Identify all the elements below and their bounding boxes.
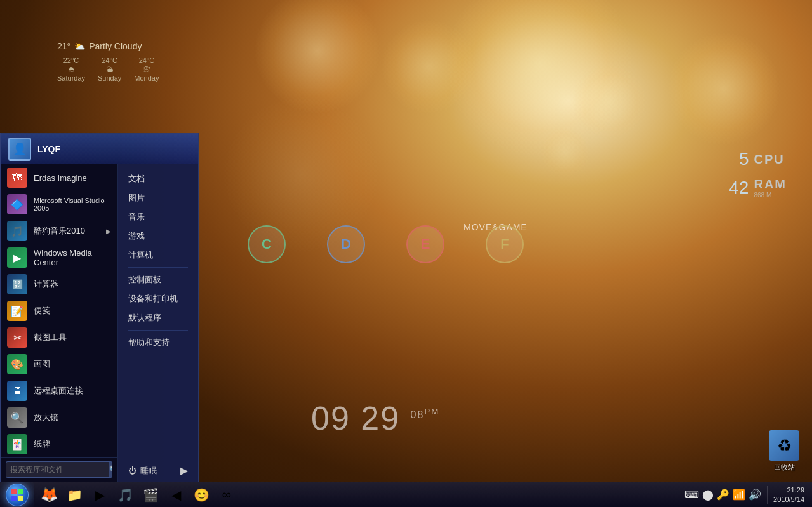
menu-right-panel: 文档 图片 音乐 游戏 计算机 控制面板 设备 (118, 164, 198, 482)
erdas-label: Erdas Imagine (34, 173, 111, 183)
forecast-sunday: 24°C 🌥 Sunday (98, 56, 121, 82)
sol-label: 纸牌 (34, 438, 111, 450)
power-arrow[interactable]: ▶ (180, 464, 188, 477)
mon-label: Monday (134, 74, 159, 82)
taskbar-infinity[interactable]: ∞ (215, 484, 239, 506)
help-label: 帮助和支持 (128, 337, 170, 348)
taskbar-mediaplayer[interactable]: ▶ (88, 484, 112, 506)
weather-icon: ⛅ (74, 41, 85, 51)
menu-right-controlpanel[interactable]: 控制面板 (118, 270, 198, 289)
pics-label: 图片 (128, 192, 145, 204)
ram-value: 42 (717, 178, 749, 198)
windows-logo-icon (11, 489, 23, 501)
power-arrow-icon: ▶ (180, 464, 188, 477)
menu-item-vs[interactable]: 🔷 Microsoft Visual Studio 2005 (1, 191, 117, 218)
recycle-icon: ♻ (769, 430, 799, 461)
vs-icon: 🔷 (7, 194, 27, 214)
sleep-label: 睡眠 (140, 465, 157, 477)
menu-item-sol[interactable]: 🃏 纸牌 (1, 431, 117, 457)
calc-label: 计算器 (34, 279, 111, 290)
taskbar: 🦊 📁 ▶ 🎵 🎬 ◀ 😊 ∞ ⌨ ⬤ 🔑 📶 🔊 21:29 2010/5/1… (0, 482, 812, 507)
calc-icon: 🔢 (7, 274, 27, 294)
search-button[interactable]: 🔍 (109, 462, 112, 477)
svg-rect-3 (18, 496, 23, 501)
menu-item-wmc[interactable]: ▶ Windows Media Center (1, 244, 117, 271)
drive-c-icon[interactable]: C (248, 225, 286, 263)
kugou-icon: 🎵 (7, 221, 27, 241)
menu-right-games[interactable]: 游戏 (118, 227, 198, 246)
clock-time-display: 21:29 (773, 485, 804, 494)
mag-label: 放大镜 (34, 412, 111, 423)
forecast-monday: 24°C ⛈ Monday (134, 56, 159, 82)
menu-left-panel: 🗺 Erdas Imagine 🔷 Microsoft Visual Studi… (1, 164, 118, 482)
mon-temp: 24°C (139, 56, 155, 64)
clock-hour: 09 (311, 400, 350, 437)
menu-item-snip[interactable]: ✂ 截图工具 (1, 324, 117, 351)
menu-right-devices[interactable]: 设备和打印机 (118, 289, 198, 308)
taskbar-firefox[interactable]: 🦊 (37, 484, 61, 506)
ram-label: RAM (754, 177, 787, 192)
menu-user-header: 👤 LYQF (1, 134, 198, 164)
menu-item-erdas[interactable]: 🗺 Erdas Imagine (1, 164, 117, 191)
mag-icon: 🔍 (7, 407, 27, 428)
weather-condition: Partly Cloudy (89, 41, 142, 51)
menu-item-kugou[interactable]: 🎵 酷狗音乐2010 ▶ (1, 218, 117, 244)
start-menu: 👤 LYQF 🗺 Erdas Imagine 🔷 Microsoft Visua… (0, 133, 199, 482)
taskbar-smiley[interactable]: 😊 (189, 484, 213, 506)
menu-right-music[interactable]: 音乐 (118, 207, 198, 227)
drive-e-icon[interactable]: E (406, 225, 444, 263)
menu-item-remote[interactable]: 🖥 远程桌面连接 (1, 378, 117, 404)
erdas-icon: 🗺 (7, 168, 27, 188)
menu-item-mag[interactable]: 🔍 放大镜 (1, 404, 117, 431)
wmc-label: Windows Media Center (34, 248, 111, 267)
menu-item-paint[interactable]: 🎨 画图 (1, 351, 117, 378)
sun-label: Sunday (98, 74, 121, 82)
vs-label: Microsoft Visual Studio 2005 (34, 197, 111, 212)
keyboard-icon[interactable]: ⌨ (684, 489, 699, 501)
recycle-bin[interactable]: ♻ 回收站 (769, 430, 799, 472)
tray-key-icon[interactable]: 🔑 (717, 489, 729, 501)
sol-icon: 🃏 (7, 434, 27, 454)
remote-label: 远程桌面连接 (34, 385, 111, 397)
clock-date-display: 2010/5/14 (773, 495, 804, 504)
drive-f-icon[interactable]: F (486, 225, 524, 263)
menu-right-docs[interactable]: 文档 (118, 169, 198, 188)
menu-right-help[interactable]: 帮助和支持 (118, 333, 198, 352)
signal-icon[interactable]: 📶 (733, 489, 745, 501)
taskbar-back[interactable]: ◀ (164, 484, 188, 506)
taskbar-movie[interactable]: 🎬 (138, 484, 163, 506)
sun-icon: 🌥 (106, 65, 113, 73)
taskbar-icons: 🦊 📁 ▶ 🎵 🎬 ◀ 😊 ∞ (34, 484, 684, 506)
ram-sub: 868 M (754, 192, 787, 199)
drive-e-circle: E (406, 225, 444, 263)
menu-item-notepad[interactable]: 📝 便笺 (1, 298, 117, 324)
sleep-button[interactable]: ⏻ 睡眠 (128, 465, 157, 477)
snip-label: 截图工具 (34, 332, 111, 343)
start-button[interactable] (0, 482, 34, 508)
clock-ampm: 08PM (411, 409, 440, 420)
games-label: 游戏 (128, 230, 145, 242)
remote-icon: 🖥 (7, 381, 27, 401)
kugou-arrow: ▶ (106, 228, 111, 235)
volume-icon[interactable]: 🔊 (749, 489, 761, 501)
tray-circle-icon[interactable]: ⬤ (702, 489, 714, 501)
drive-icons: C D E F (248, 225, 524, 263)
notepad-icon: 📝 (7, 301, 27, 321)
menu-right-pics[interactable]: 图片 (118, 188, 198, 207)
search-input[interactable] (6, 463, 109, 476)
taskbar-explorer[interactable]: 📁 (62, 484, 86, 506)
notepad-label: 便笺 (34, 305, 111, 317)
drive-c-circle: C (248, 225, 286, 263)
cpu-value: 5 (717, 149, 749, 169)
taskbar-clock[interactable]: 21:29 2010/5/14 (773, 485, 804, 504)
drive-d-icon[interactable]: D (327, 225, 365, 263)
docs-label: 文档 (128, 173, 145, 185)
menu-right-divider2 (128, 330, 188, 331)
system-widget: 5 CPU 42 RAM 868 M (717, 149, 787, 199)
defaults-label: 默认程序 (128, 312, 161, 324)
menu-right-defaults[interactable]: 默认程序 (118, 308, 198, 327)
menu-item-calc[interactable]: 🔢 计算器 (1, 271, 117, 298)
menu-right-computer[interactable]: 计算机 (118, 246, 198, 265)
taskbar-music[interactable]: 🎵 (113, 484, 137, 506)
clock-widget: 09 29 08PM (311, 399, 439, 437)
